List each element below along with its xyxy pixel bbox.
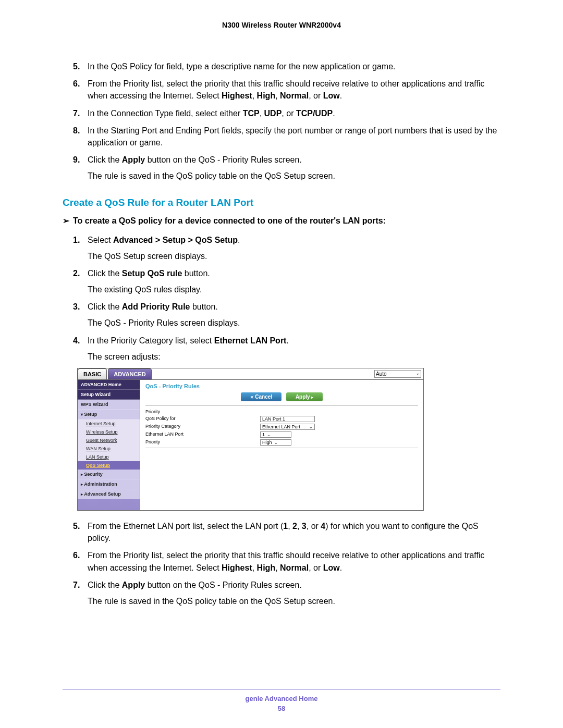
step-number: 8. — [73, 125, 80, 137]
form-select[interactable]: High⌄ — [260, 439, 291, 446]
form-value: Ethernet LAN Port — [262, 424, 300, 429]
chevron-down-icon: ⌄ — [416, 371, 420, 377]
sidebar-sub-lan-setup[interactable]: LAN Setup — [78, 453, 140, 461]
form-row: Ethernet LAN Port1⌄ — [145, 431, 418, 438]
mid-step-list: 1.Select Advanced > Setup > QoS Setup.Th… — [73, 234, 500, 363]
step-text: From the Priority list, select the prior… — [88, 79, 485, 100]
step-item: 7.Click the Apply button on the QoS - Pr… — [73, 579, 500, 607]
sidebar-sub-qos-setup[interactable]: QoS Setup — [78, 461, 140, 470]
arrow-icon: ➢ — [63, 216, 69, 226]
step-text: Click the Apply button on the QoS - Prio… — [88, 581, 302, 589]
tab-basic[interactable]: BASIC — [78, 368, 107, 379]
form-label: Ethernet LAN Port — [145, 431, 260, 438]
step-subtext: The existing QoS rules display. — [88, 283, 500, 295]
step-number: 6. — [73, 78, 80, 90]
sidebar-wps-wizard[interactable]: WPS Wizard — [78, 400, 140, 410]
tab-advanced[interactable]: ADVANCED — [108, 368, 152, 379]
chevron-down-icon: ⌄ — [309, 425, 313, 429]
sidebar-setup[interactable]: Setup — [78, 410, 140, 419]
panel-title: QoS - Priority Rules — [145, 383, 418, 389]
form-value: 1 — [262, 432, 265, 437]
step-subtext: The rule is saved in the QoS policy tabl… — [88, 170, 500, 182]
router-admin-ui: BASIC ADVANCED Auto ⌄ ADVANCED Home Setu… — [77, 368, 424, 511]
footer-section-name: genie Advanced Home — [63, 695, 500, 702]
top-step-list: 5.In the QoS Policy for field, type a de… — [73, 60, 500, 182]
step-number: 7. — [73, 107, 80, 119]
step-text: Click the Apply button on the QoS - Prio… — [88, 155, 302, 164]
sidebar-setup-wizard[interactable]: Setup Wizard — [78, 390, 140, 400]
step-item: 9.Click the Apply button on the QoS - Pr… — [73, 154, 500, 182]
form-row: QoS Policy forLAN Port 1 — [145, 416, 418, 422]
step-item: 7.In the Connection Type field, select e… — [73, 107, 500, 119]
step-item: 3.Click the Add Priority Rule button.The… — [73, 301, 500, 329]
step-number: 9. — [73, 154, 80, 166]
step-item: 1.Select Advanced > Setup > QoS Setup.Th… — [73, 234, 500, 262]
form-label: Priority Category — [145, 424, 260, 430]
form-value: LAN Port 1 — [262, 416, 285, 422]
sidebar-sub-guest-network[interactable]: Guest Network — [78, 436, 140, 445]
step-text: Click the Add Priority Rule button. — [88, 302, 218, 311]
step-subtext: The QoS - Priority Rules screen displays… — [88, 317, 500, 329]
step-item: 8.In the Starting Port and Ending Port f… — [73, 125, 500, 149]
step-text: In the QoS Policy for field, type a desc… — [88, 62, 396, 71]
form-row: PriorityHigh⌄ — [145, 439, 418, 446]
form-input[interactable]: LAN Port 1 — [260, 416, 315, 422]
chevron-down-icon: ⌄ — [267, 433, 271, 437]
page-footer: genie Advanced Home 58 — [63, 689, 500, 712]
form-row: Priority CategoryEthernet LAN Port⌄ — [145, 424, 418, 430]
page-header: N300 Wireless Router WNR2000v4 — [63, 21, 500, 29]
form-select[interactable]: 1⌄ — [260, 431, 291, 438]
form-label: Priority — [145, 439, 260, 446]
step-number: 7. — [73, 579, 80, 591]
step-number: 4. — [73, 335, 80, 347]
refresh-select-value: Auto — [376, 371, 387, 377]
step-subtext: The QoS Setup screen displays. — [88, 250, 500, 262]
step-item: 4.In the Priority Category list, select … — [73, 335, 500, 363]
form-value: High — [262, 440, 272, 445]
cancel-button[interactable]: Cancel — [241, 392, 282, 401]
step-item: 5.From the Ethernet LAN port list, selec… — [73, 520, 500, 544]
step-item: 2.Click the Setup QoS rule button.The ex… — [73, 267, 500, 295]
step-number: 1. — [73, 234, 80, 246]
step-item: 5.In the QoS Policy for field, type a de… — [73, 60, 500, 72]
step-item: 6.From the Priority list, select the pri… — [73, 549, 500, 573]
section-intro-text: To create a QoS policy for a device conn… — [73, 216, 386, 225]
sidebar-advanced-home[interactable]: ADVANCED Home — [78, 380, 140, 390]
section-heading: Create a QoS Rule for a Router LAN Port — [63, 197, 500, 208]
step-number: 3. — [73, 301, 80, 313]
footer-page-number: 58 — [63, 705, 500, 712]
router-sidebar: ADVANCED Home Setup Wizard WPS Wizard Se… — [78, 380, 140, 510]
apply-button[interactable]: Apply — [286, 392, 323, 401]
step-text: In the Priority Category list, select Et… — [88, 336, 289, 345]
step-subtext: The rule is saved in the QoS policy tabl… — [88, 595, 500, 607]
form-select[interactable]: Ethernet LAN Port⌄ — [260, 424, 315, 430]
step-text: Click the Setup QoS rule button. — [88, 269, 210, 278]
step-text: From the Priority list, select the prior… — [88, 551, 485, 572]
form-label: QoS Policy for — [145, 416, 260, 422]
step-text: From the Ethernet LAN port list, select … — [88, 522, 479, 542]
sidebar-security[interactable]: Security — [78, 470, 140, 479]
sidebar-sub-wireless-setup[interactable]: Wireless Setup — [78, 428, 140, 436]
step-text: In the Connection Type field, select eit… — [88, 109, 335, 118]
step-subtext: The screen adjusts: — [88, 351, 500, 363]
step-text: Select Advanced > Setup > QoS Setup. — [88, 236, 240, 244]
sidebar-administration[interactable]: Administration — [78, 479, 140, 489]
step-text: In the Starting Port and Ending Port fie… — [88, 126, 497, 147]
section-intro: ➢To create a QoS policy for a device con… — [63, 216, 500, 226]
sidebar-sub-wan-setup[interactable]: WAN Setup — [78, 445, 140, 453]
priority-section-label: Priority — [145, 409, 418, 414]
step-item: 6.From the Priority list, select the pri… — [73, 78, 500, 102]
step-number: 6. — [73, 549, 80, 561]
step-number: 2. — [73, 267, 80, 279]
step-number: 5. — [73, 520, 80, 532]
chevron-down-icon: ⌄ — [274, 440, 278, 445]
bottom-step-list: 5.From the Ethernet LAN port list, selec… — [73, 520, 500, 607]
sidebar-advanced-setup[interactable]: Advanced Setup — [78, 489, 140, 499]
step-number: 5. — [73, 60, 80, 72]
sidebar-sub-internet-setup[interactable]: Internet Setup — [78, 419, 140, 428]
refresh-select[interactable]: Auto ⌄ — [374, 370, 421, 378]
